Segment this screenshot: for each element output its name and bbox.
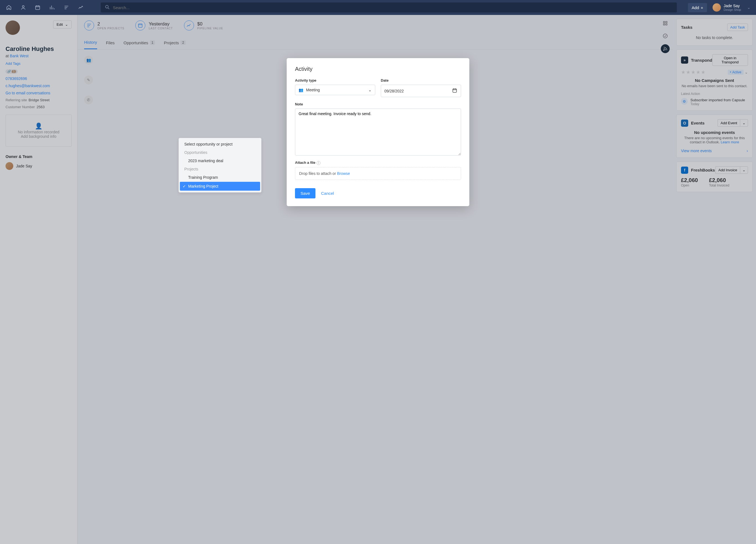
dd-projects-header: Projects — [179, 165, 261, 173]
info-icon[interactable]: i — [317, 161, 320, 165]
plus-icon: + — [701, 5, 703, 10]
note-textarea[interactable] — [295, 108, 461, 156]
chevron-down-icon: ⌄ — [368, 88, 372, 92]
person-icon[interactable] — [20, 4, 27, 11]
dd-option-selected[interactable]: Marketing Project — [180, 182, 260, 191]
note-label: Note — [295, 102, 461, 106]
dd-option[interactable]: Training Program — [179, 173, 261, 182]
browse-link[interactable]: Browse — [337, 171, 350, 176]
calendar-icon[interactable] — [34, 4, 41, 11]
cancel-button[interactable]: Cancel — [321, 191, 334, 196]
search-icon — [105, 4, 110, 11]
user-org: Design Shop — [724, 8, 741, 11]
dd-opps-header: Opportunities — [179, 149, 261, 156]
date-label: Date — [381, 78, 461, 82]
avatar — [713, 3, 721, 12]
home-icon[interactable] — [6, 4, 12, 11]
user-name: Jade Say — [724, 4, 741, 8]
attach-label: Attach a filei — [295, 160, 461, 165]
search-input[interactable] — [113, 5, 673, 10]
activity-modal: Activity Activity type 👥Meeting ⌄ Date 0… — [287, 58, 469, 206]
svg-point-0 — [22, 6, 24, 7]
opportunity-project-dropdown: Select opportunity or project Opportunit… — [178, 138, 262, 193]
add-button[interactable]: Add+ — [688, 3, 707, 12]
date-input[interactable]: 09/28/2022 — [381, 85, 461, 97]
trend-icon[interactable] — [77, 4, 84, 11]
svg-rect-1 — [36, 6, 40, 9]
calendar-icon — [452, 88, 457, 94]
attach-dropzone[interactable]: Drop files to attach or Browse — [295, 167, 461, 180]
save-button[interactable]: Save — [295, 188, 315, 198]
list-icon[interactable] — [63, 4, 70, 11]
modal-title: Activity — [295, 66, 461, 72]
dd-prompt[interactable]: Select opportunity or project — [179, 140, 261, 149]
nav-icon-group — [6, 4, 84, 11]
svg-point-2 — [105, 5, 108, 8]
top-navbar: Add+ Jade Say Design Shop ⌄ — [0, 0, 756, 15]
activity-type-label: Activity type — [295, 78, 375, 82]
chart-icon[interactable] — [49, 4, 55, 11]
user-menu[interactable]: Jade Say Design Shop ⌄ — [713, 3, 750, 12]
dd-option[interactable]: 2023 marketing deal — [179, 156, 261, 165]
search-box[interactable] — [101, 2, 677, 12]
chevron-down-icon: ⌄ — [747, 5, 750, 10]
svg-rect-10 — [453, 89, 456, 92]
user-text: Jade Say Design Shop — [724, 4, 741, 11]
activity-type-select[interactable]: 👥Meeting ⌄ — [295, 85, 375, 95]
people-icon: 👥 — [299, 88, 303, 92]
